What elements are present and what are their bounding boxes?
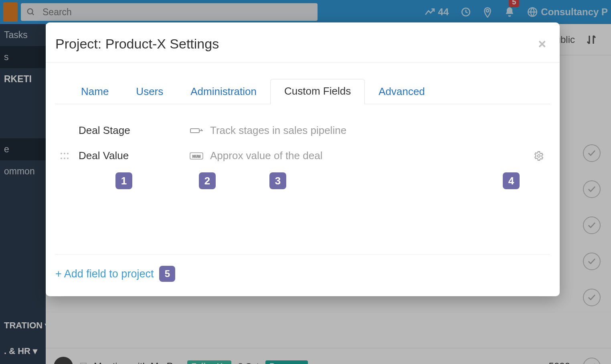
- tab-name[interactable]: Name: [67, 80, 122, 104]
- svg-point-10: [67, 153, 69, 154]
- field-name: Deal Value: [79, 150, 183, 162]
- custom-field-row[interactable]: Deal Value NUM Approx value of the deal: [55, 147, 550, 172]
- project-settings-modal: Project: Product-X Settings × Name Users…: [46, 22, 560, 296]
- drag-handle-icon[interactable]: [55, 152, 74, 160]
- num-type-icon: NUM: [188, 152, 205, 160]
- close-icon[interactable]: ×: [538, 39, 546, 49]
- modal-title: Project: Product-X Settings: [55, 36, 219, 52]
- svg-rect-7: [190, 129, 199, 133]
- callout-5: 5: [159, 266, 175, 282]
- tab-administration[interactable]: Administration: [177, 80, 270, 104]
- field-name: Deal Stage: [79, 124, 183, 137]
- annotation-callouts: 1 2 3 4: [65, 172, 550, 198]
- svg-point-16: [538, 154, 540, 157]
- callout-2: 2: [199, 172, 216, 189]
- custom-fields-list: Deal Stage Track stages in sales pipelin…: [46, 104, 560, 202]
- field-settings-button[interactable]: [528, 151, 550, 161]
- tab-custom-fields[interactable]: Custom Fields: [270, 79, 365, 104]
- add-field-link[interactable]: + Add field to project: [55, 268, 154, 280]
- modal-footer: + Add field to project 5: [55, 254, 550, 294]
- svg-point-13: [67, 158, 69, 159]
- status-type-icon: [188, 127, 205, 135]
- tab-advanced[interactable]: Advanced: [365, 80, 439, 104]
- svg-point-8: [61, 153, 62, 154]
- settings-tabs: Name Users Administration Custom Fields …: [55, 79, 550, 104]
- svg-point-11: [61, 158, 62, 159]
- svg-point-9: [64, 153, 65, 154]
- custom-field-row[interactable]: Deal Stage Track stages in sales pipelin…: [55, 122, 550, 147]
- field-description: Track stages in sales pipeline: [210, 124, 523, 137]
- callout-1: 1: [115, 172, 132, 189]
- tab-users[interactable]: Users: [122, 80, 177, 104]
- svg-point-12: [64, 158, 65, 159]
- callout-4: 4: [503, 172, 520, 189]
- callout-3: 3: [269, 172, 286, 189]
- svg-text:NUM: NUM: [192, 154, 201, 158]
- modal-header: Project: Product-X Settings ×: [46, 22, 560, 63]
- field-description: Approx value of the deal: [210, 150, 523, 162]
